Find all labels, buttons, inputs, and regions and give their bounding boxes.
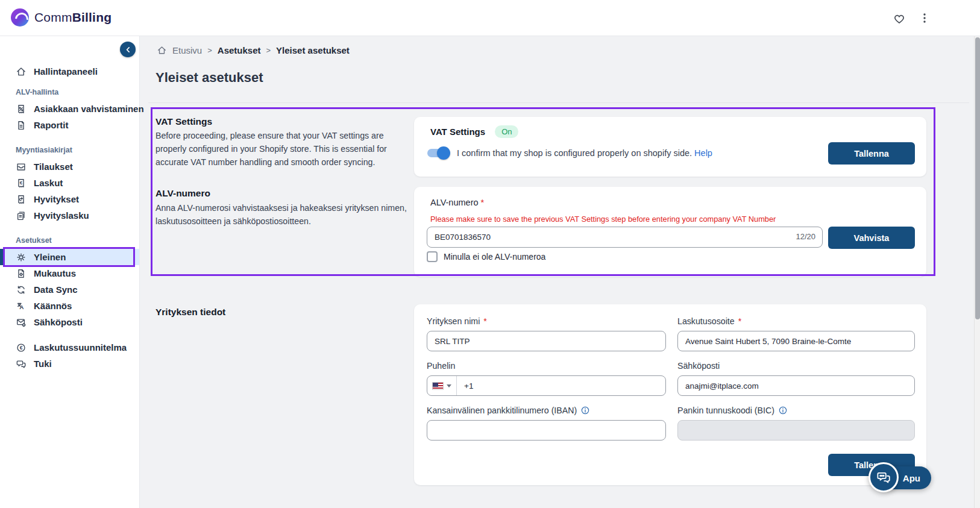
inbox-icon [16, 161, 27, 172]
receipt-euro-icon: € [16, 178, 27, 189]
alv-numero-card: ALV-numero * Please make sure to save th… [414, 187, 926, 277]
company-name-label: Yrityksen nimi* [427, 316, 666, 326]
billing-address-field: Laskutusosoite* [677, 316, 915, 351]
gear-icon [16, 252, 27, 263]
document-icon [16, 120, 27, 131]
sidebar-item-tilaukset[interactable]: Tilaukset [0, 158, 139, 175]
status-badge: On [495, 125, 518, 138]
sidebar-item-laskut[interactable]: € Laskut [0, 175, 139, 191]
receipt-refund-icon [16, 194, 27, 205]
bic-field: Pankin tunnuskoodi (BIC) [677, 406, 915, 441]
sidebar-item-mukautus[interactable]: Mukautus [0, 265, 139, 281]
divider [148, 102, 969, 103]
sidebar: Hallintapaneeli ALV-hallinta Asiakkaan v… [0, 36, 140, 508]
svg-text:€: € [20, 180, 23, 186]
sidebar-item-laskutussuunnitelma[interactable]: € Laskutussuunnitelma [0, 339, 139, 356]
bic-label: Pankin tunnuskoodi (BIC) [677, 406, 915, 415]
sidebar-item-tuki[interactable]: Tuki [0, 356, 139, 372]
sidebar-item-yleinen[interactable]: Yleinen [0, 249, 139, 265]
vat-number-input[interactable] [427, 227, 823, 248]
sidebar-collapse-button[interactable] [120, 42, 136, 57]
company-name-input[interactable] [427, 331, 666, 351]
home-icon [16, 66, 27, 77]
verify-vat-button[interactable]: Vahvista [828, 227, 915, 249]
sidebar-item-hyvitykset[interactable]: Hyvitykset [0, 191, 139, 207]
info-icon[interactable] [580, 406, 590, 415]
char-counter: 12/20 [796, 232, 815, 241]
alv-numero-label: ALV-numero * [430, 198, 484, 207]
billing-address-label: Laskutusosoite* [677, 316, 915, 326]
phone-field: Puhelin [427, 361, 666, 396]
svg-text:€: € [20, 345, 23, 351]
chevron-down-icon [447, 384, 451, 387]
phone-label: Puhelin [427, 361, 666, 371]
billing-address-input[interactable] [677, 331, 915, 351]
email-field: Sähköposti [677, 361, 915, 396]
iban-input[interactable] [427, 420, 666, 441]
us-flag-icon [432, 382, 444, 390]
company-name-field: Yrityksen nimi* [427, 316, 666, 351]
mail-gear-icon [16, 317, 27, 328]
home-icon[interactable] [157, 45, 167, 55]
brand-name: CommBilling [34, 10, 112, 25]
sidebar-section-alv-hallinta: ALV-hallinta [0, 88, 139, 97]
sidebar-item-data-sync[interactable]: Data Sync [0, 281, 139, 298]
company-info-heading: Yrityksen tiedot [155, 307, 225, 318]
breadcrumb-asetukset[interactable]: Asetukset [218, 45, 261, 55]
document-gear-icon [16, 268, 27, 279]
chat-bubbles-icon[interactable] [868, 462, 899, 492]
sidebar-section-myyntiasiakirjat: Myyntiasiakirjat [0, 146, 139, 155]
sidebar-item-hyvityslasku[interactable]: Hyvityslasku [0, 207, 139, 224]
receipt-percent-icon [16, 104, 27, 114]
no-vat-checkbox-row[interactable]: Minulla ei ole ALV-numeroa [427, 251, 545, 262]
vat-confirm-toggle[interactable] [427, 148, 449, 158]
active-indicator [0, 249, 3, 265]
kebab-menu-icon[interactable] [917, 11, 932, 25]
alv-numero-description: Anna ALV-numerosi vahvistaaksesi ja hake… [155, 201, 412, 228]
breadcrumb-separator: > [266, 46, 271, 55]
translate-icon: A [16, 301, 27, 312]
main-content: Etusivu > Asetukset > Yleiset asetukset … [140, 36, 974, 508]
help-fab[interactable]: Apu [868, 462, 931, 494]
breadcrumb-etusivu[interactable]: Etusivu [172, 45, 202, 55]
alv-numero-heading: ALV-numero [155, 188, 210, 199]
required-asterisk: * [481, 198, 485, 207]
sidebar-item-kaannos[interactable]: A Käännös [0, 298, 139, 314]
sidebar-section-asetukset: Asetukset [0, 236, 139, 245]
no-vat-checkbox-label: Minulla ei ole ALV-numeroa [444, 252, 545, 262]
info-icon[interactable] [778, 406, 788, 415]
email-label: Sähköposti [677, 361, 915, 371]
help-link[interactable]: Help [694, 148, 712, 158]
app-header: CommBilling [0, 0, 980, 36]
vat-card-title: VAT Settings [430, 127, 485, 137]
breadcrumb: Etusivu > Asetukset > Yleiset asetukset [157, 45, 350, 55]
chat-bubbles-icon [16, 359, 27, 369]
sidebar-item-asiakkaan-vahvistaminen[interactable]: Asiakkaan vahvistaminen [0, 101, 139, 117]
brand-logo[interactable]: CommBilling [11, 8, 112, 27]
heart-icon[interactable] [892, 11, 906, 25]
sidebar-item-hallintapaneeli[interactable]: Hallintapaneeli [0, 63, 139, 80]
bic-input [677, 420, 915, 441]
page-title: Yleiset asetukset [155, 70, 263, 86]
sidebar-item-raportit[interactable]: Raportit [0, 117, 139, 133]
vat-confirm-text: I confirm that my shop is configured pro… [457, 148, 712, 158]
euro-circle-icon: € [16, 342, 27, 353]
commbilling-logo-icon [11, 8, 29, 27]
phone-input[interactable] [457, 381, 665, 390]
sync-icon [16, 284, 27, 295]
sidebar-item-sahkoposti[interactable]: Sähköposti [0, 314, 139, 330]
breadcrumb-yleiset-asetukset: Yleiset asetukset [276, 45, 350, 55]
country-code-dropdown[interactable] [427, 376, 457, 395]
alv-warning-text: Please make sure to save the previous VA… [430, 215, 776, 224]
document-duplicate-icon [16, 210, 27, 221]
save-vat-settings-button[interactable]: Tallenna [828, 142, 915, 165]
vat-settings-description: Before proceeding, please ensure that yo… [155, 129, 412, 169]
iban-label: Kansainvälinen pankkitilinumero (IBAN) [427, 406, 666, 415]
company-info-card: Yrityksen nimi* Laskutusosoite* Puhelin … [414, 304, 926, 485]
scrollbar-track[interactable] [974, 36, 980, 508]
vat-settings-heading: VAT Settings [155, 116, 212, 127]
iban-field: Kansainvälinen pankkitilinumero (IBAN) [427, 406, 666, 441]
email-input[interactable] [677, 375, 915, 396]
scrollbar-thumb[interactable] [975, 37, 980, 319]
no-vat-checkbox[interactable] [427, 251, 438, 262]
